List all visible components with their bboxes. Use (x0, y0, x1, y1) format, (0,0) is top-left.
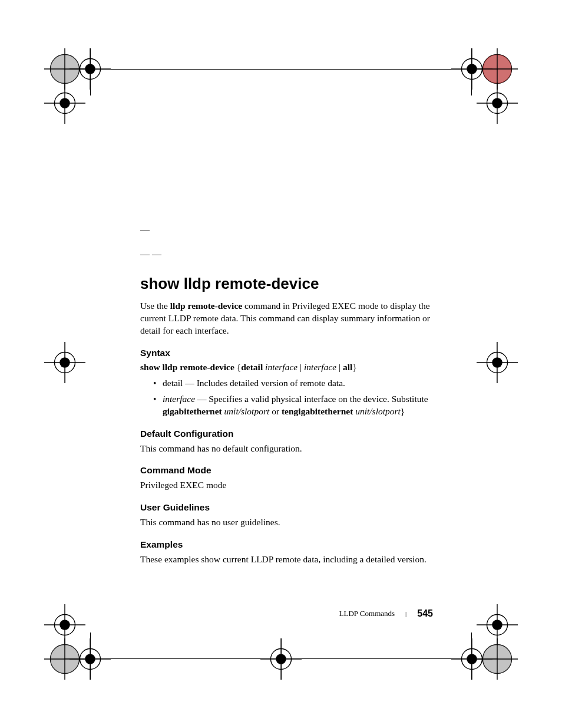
command-mode-body: Privileged EXEC mode (140, 479, 432, 492)
page-content: — — — show lldp remote-device Use the ll… (140, 224, 432, 574)
examples-body: These examples show current LLDP remote … (140, 554, 432, 566)
registration-mark-icon (44, 83, 85, 124)
footer-section-label: LLDP Commands (339, 609, 395, 618)
syntax-heading: Syntax (140, 348, 432, 358)
command-mode-heading: Command Mode (140, 465, 432, 476)
page-footer: LLDP Commands | 545 (339, 608, 433, 619)
orphan-text: — — (140, 249, 432, 259)
registration-mark-icon (70, 638, 111, 680)
registration-mark-icon (477, 638, 518, 680)
registration-mark-icon (44, 342, 85, 383)
page-number: 545 (417, 608, 433, 619)
orphan-text: — (140, 224, 432, 235)
default-configuration-body: This command has no default configuratio… (140, 443, 432, 455)
registration-mark-icon (477, 342, 518, 383)
list-item: detail — Includes detailed version of re… (153, 377, 432, 390)
crop-line-top (64, 69, 498, 70)
list-item: interface — Specifies a valid physical i… (153, 393, 432, 418)
intro-paragraph: Use the lldp remote-device command in Pr… (140, 300, 432, 337)
syntax-line: show lldp remote-device {detail interfac… (140, 362, 432, 373)
registration-mark-icon (260, 638, 302, 680)
examples-heading: Examples (140, 539, 432, 550)
user-guidelines-heading: User Guidelines (140, 502, 432, 513)
default-configuration-heading: Default Configuration (140, 429, 432, 439)
command-title: show lldp remote-device (140, 275, 432, 293)
syntax-bullets: detail — Includes detailed version of re… (153, 377, 432, 418)
user-guidelines-body: This command has no user guidelines. (140, 516, 432, 529)
footer-divider: | (405, 610, 406, 617)
registration-mark-icon (477, 83, 518, 124)
